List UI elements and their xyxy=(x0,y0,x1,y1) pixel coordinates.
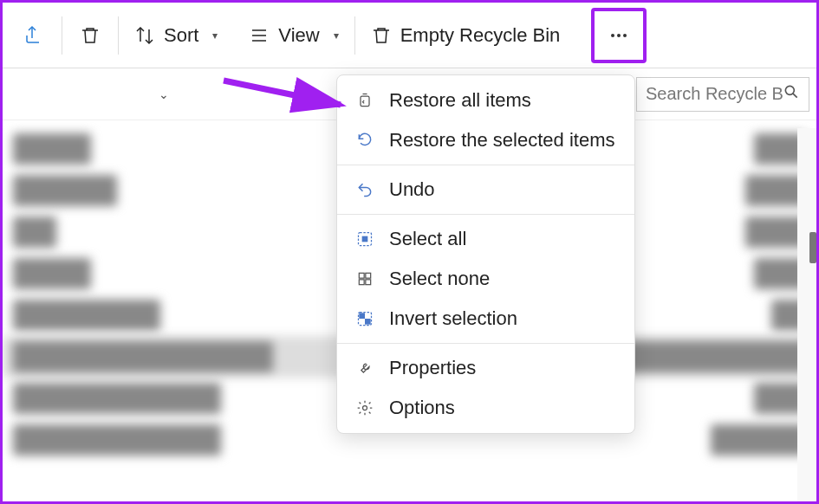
toolbar: Sort ▾ View ▾ Empty Recycle Bin xyxy=(3,3,816,68)
menu-label: Invert selection xyxy=(389,307,517,330)
svg-point-3 xyxy=(611,34,614,37)
menu-invert-selection[interactable]: Invert selection xyxy=(337,299,634,339)
delete-button[interactable] xyxy=(62,11,118,60)
view-label: View xyxy=(278,24,319,47)
chevron-down-icon: ▾ xyxy=(334,29,339,42)
svg-rect-8 xyxy=(361,96,369,107)
menu-separator xyxy=(337,214,634,215)
sort-button[interactable]: Sort ▾ xyxy=(119,11,233,60)
svg-point-5 xyxy=(623,34,627,37)
svg-rect-10 xyxy=(362,236,368,242)
svg-point-18 xyxy=(363,406,367,410)
menu-restore-all[interactable]: Restore all items xyxy=(337,81,634,120)
svg-rect-17 xyxy=(365,319,371,325)
svg-point-6 xyxy=(785,86,794,94)
more-icon xyxy=(608,25,629,46)
search-input[interactable]: Search Recycle Bin xyxy=(636,77,809,112)
restore-all-icon xyxy=(354,92,375,109)
svg-rect-13 xyxy=(359,280,364,285)
select-none-icon xyxy=(354,270,375,288)
svg-rect-11 xyxy=(359,273,364,278)
search-icon xyxy=(783,83,800,105)
menu-label: Options xyxy=(389,397,455,419)
more-options-button[interactable] xyxy=(591,8,647,63)
wrench-icon xyxy=(354,359,375,377)
scrollbar[interactable] xyxy=(797,128,816,501)
menu-separator xyxy=(337,343,634,344)
sort-label: Sort xyxy=(164,24,198,47)
chevron-down-icon: ▾ xyxy=(212,29,218,42)
empty-recycle-bin-button[interactable]: Empty Recycle Bin xyxy=(355,11,576,60)
view-icon xyxy=(249,25,270,46)
svg-rect-14 xyxy=(366,280,371,285)
menu-label: Restore the selected items xyxy=(389,129,614,152)
menu-label: Select all xyxy=(389,228,466,250)
menu-undo[interactable]: Undo xyxy=(337,170,634,210)
menu-label: Undo xyxy=(389,178,435,201)
svg-line-7 xyxy=(793,94,797,98)
chevron-down-icon[interactable]: ⌄ xyxy=(159,87,169,101)
menu-separator xyxy=(337,165,634,165)
menu-label: Restore all items xyxy=(389,89,531,112)
empty-label: Empty Recycle Bin xyxy=(400,24,561,47)
menu-label: Properties xyxy=(389,357,476,379)
menu-label: Select none xyxy=(389,268,490,290)
menu-options[interactable]: Options xyxy=(337,388,634,428)
share-button[interactable] xyxy=(6,11,62,60)
select-all-icon xyxy=(354,230,375,248)
sort-icon xyxy=(134,25,155,46)
svg-rect-16 xyxy=(359,313,365,319)
search-placeholder: Search Recycle Bin xyxy=(646,84,783,104)
menu-properties[interactable]: Properties xyxy=(337,348,634,388)
menu-select-all[interactable]: Select all xyxy=(337,219,634,259)
context-menu: Restore all items Restore the selected i… xyxy=(336,74,635,434)
share-icon xyxy=(23,25,44,46)
gear-icon xyxy=(354,399,375,417)
scroll-thumb[interactable] xyxy=(809,232,816,263)
trash-icon xyxy=(371,25,392,46)
trash-icon xyxy=(80,25,101,46)
menu-restore-selected[interactable]: Restore the selected items xyxy=(337,120,634,160)
restore-selected-icon xyxy=(354,132,375,149)
svg-rect-12 xyxy=(366,273,371,278)
view-button[interactable]: View ▾ xyxy=(233,11,354,60)
undo-icon xyxy=(354,181,375,198)
svg-point-4 xyxy=(617,34,621,37)
invert-selection-icon xyxy=(354,310,375,327)
menu-select-none[interactable]: Select none xyxy=(337,259,634,299)
